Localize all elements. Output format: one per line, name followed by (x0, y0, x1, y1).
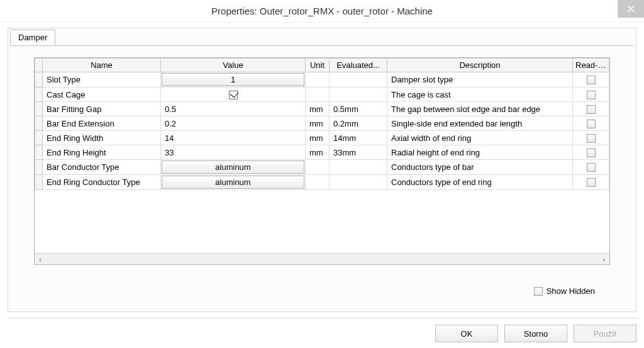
cell-name[interactable]: Cast Cage (43, 87, 161, 102)
cell-description[interactable]: Single-side end extended bar length (387, 116, 573, 131)
show-hidden-checkbox[interactable] (534, 287, 543, 296)
cell-value[interactable]: 14 (161, 131, 306, 145)
cell-description[interactable]: Conductors type of bar (387, 160, 573, 175)
scroll-left-arrow[interactable]: ‹ (35, 254, 46, 265)
horizontal-scrollbar[interactable]: ‹ › (35, 253, 609, 264)
cell-name[interactable]: Bar Fitting Gap (43, 102, 161, 116)
cell-unit[interactable] (306, 175, 330, 190)
readonly-checkbox[interactable] (587, 76, 596, 84)
readonly-checkbox[interactable] (587, 120, 596, 128)
table-header-row: Name Value Unit Evaluated... Description… (35, 59, 609, 72)
readonly-checkbox[interactable] (587, 163, 596, 172)
row-gutter[interactable] (35, 145, 43, 160)
close-button[interactable] (618, 0, 644, 18)
cell-evaluated[interactable]: 0.5mm (330, 102, 387, 116)
scroll-right-arrow[interactable]: › (598, 254, 609, 265)
cell-value[interactable]: 1 (161, 72, 306, 87)
dialog-button-bar: OK Storno Použít (8, 318, 636, 342)
cell-evaluated[interactable]: 14mm (330, 131, 387, 145)
cell-description[interactable]: The gap between slot edge and bar edge (387, 102, 573, 116)
header-gutter (35, 59, 43, 72)
ok-button[interactable]: OK (435, 325, 498, 342)
properties-table: Name Value Unit Evaluated... Description… (35, 58, 609, 190)
row-gutter[interactable] (35, 102, 43, 116)
row-gutter[interactable] (35, 131, 43, 145)
scroll-track[interactable] (46, 254, 598, 264)
cell-unit[interactable]: mm (306, 102, 330, 116)
tab-damper[interactable]: Damper (10, 30, 55, 46)
readonly-checkbox[interactable] (587, 105, 596, 114)
readonly-checkbox[interactable] (587, 178, 596, 187)
cell-value[interactable]: 0.5 (161, 102, 306, 116)
cell-name[interactable]: End Ring Height (43, 145, 161, 160)
cell-value[interactable] (161, 87, 306, 102)
cell-unit[interactable]: mm (306, 116, 330, 131)
show-hidden-label: Show Hidden (547, 286, 595, 296)
header-value[interactable]: Value (161, 59, 306, 72)
tab-strip: Damper (8, 28, 636, 45)
cell-description[interactable]: Radial height of end ring (387, 145, 573, 160)
readonly-checkbox[interactable] (587, 149, 596, 157)
row-gutter[interactable] (35, 116, 43, 131)
cell-readonly[interactable] (573, 131, 609, 145)
cell-evaluated[interactable]: 0.2mm (330, 116, 387, 131)
row-gutter[interactable] (35, 72, 43, 87)
cell-name[interactable]: End Ring Width (43, 131, 161, 145)
header-description[interactable]: Description (387, 59, 573, 72)
row-gutter[interactable] (35, 175, 43, 190)
cell-description[interactable]: The cage is cast (387, 87, 573, 102)
cell-unit[interactable] (306, 72, 330, 87)
row-gutter[interactable] (35, 87, 43, 102)
cell-name[interactable]: Bar End Extension (43, 116, 161, 131)
value-dropdown-button[interactable]: 1 (162, 73, 304, 86)
cell-unit[interactable] (306, 160, 330, 175)
cell-name[interactable]: End Ring Conductor Type (43, 175, 161, 190)
table-row: End Ring Height33mm33mmRadial height of … (35, 145, 609, 160)
cell-evaluated[interactable] (330, 72, 387, 87)
titlebar: Properties: Outer_rotor_RMX - outer_roto… (0, 0, 644, 23)
cell-value[interactable]: aluminum (161, 175, 306, 190)
table-row: End Ring Width14mm14mmAxial width of end… (35, 131, 609, 145)
cancel-button[interactable]: Storno (504, 325, 567, 342)
cell-description[interactable]: Axial width of end ring (387, 131, 573, 145)
header-evaluated[interactable]: Evaluated... (330, 59, 387, 72)
cell-name[interactable]: Bar Conductor Type (43, 160, 161, 175)
cell-readonly[interactable] (573, 145, 609, 160)
table-row: Bar Fitting Gap0.5mm0.5mmThe gap between… (35, 102, 609, 116)
cell-unit[interactable]: mm (306, 131, 330, 145)
value-dropdown-button[interactable]: aluminum (162, 176, 304, 189)
header-unit[interactable]: Unit (306, 59, 330, 72)
cell-readonly[interactable] (573, 102, 609, 116)
cell-readonly[interactable] (573, 160, 609, 175)
cell-readonly[interactable] (573, 175, 609, 190)
cell-name[interactable]: Slot Type (43, 72, 161, 87)
cell-value[interactable]: 0.2 (161, 116, 306, 131)
header-name[interactable]: Name (43, 59, 161, 72)
value-dropdown-button[interactable]: aluminum (162, 160, 304, 174)
cell-evaluated[interactable]: 33mm (330, 145, 387, 160)
cell-readonly[interactable] (573, 87, 609, 102)
cell-evaluated[interactable] (330, 175, 387, 190)
cell-description[interactable]: Damper slot type (387, 72, 573, 87)
readonly-checkbox[interactable] (587, 134, 596, 143)
dialog-panel: Damper Name Value Unit Evalu (8, 28, 636, 312)
cell-value[interactable]: aluminum (161, 160, 306, 175)
table-row: Bar End Extension0.2mm0.2mmSingle-side e… (35, 116, 609, 131)
value-checkbox[interactable] (229, 91, 238, 99)
cell-description[interactable]: Conductors type of end ring (387, 175, 573, 190)
cell-unit[interactable]: mm (306, 145, 330, 160)
table-row: End Ring Conductor TypealuminumConductor… (35, 175, 609, 190)
cell-evaluated[interactable] (330, 87, 387, 102)
readonly-checkbox[interactable] (587, 91, 596, 99)
cell-evaluated[interactable] (330, 160, 387, 175)
table-row: Cast CageThe cage is cast (35, 87, 609, 102)
row-gutter[interactable] (35, 160, 43, 175)
header-readonly[interactable]: Read-o... (573, 59, 609, 72)
properties-grid: Name Value Unit Evaluated... Description… (34, 57, 610, 265)
cell-unit[interactable] (306, 87, 330, 102)
tab-content: Name Value Unit Evaluated... Description… (10, 45, 634, 310)
cell-readonly[interactable] (573, 116, 609, 131)
cell-readonly[interactable] (573, 72, 609, 87)
show-hidden-option[interactable]: Show Hidden (534, 286, 595, 296)
cell-value[interactable]: 33 (161, 145, 306, 160)
